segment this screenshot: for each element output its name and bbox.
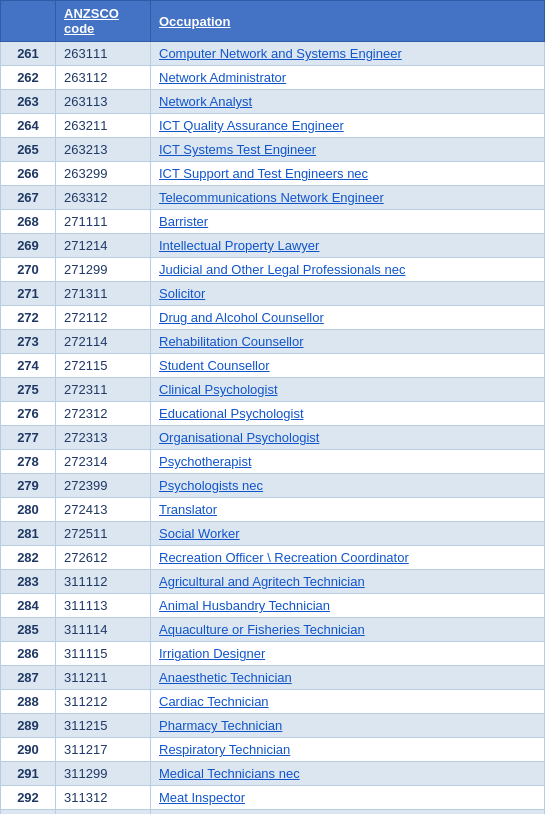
occupation-link[interactable]: Agricultural and Agritech Technician [159,574,365,589]
occupation-cell[interactable]: Solicitor [151,282,545,306]
occupation-link[interactable]: Recreation Officer \ Recreation Coordina… [159,550,409,565]
table-row: 285311114Aquaculture or Fisheries Techni… [1,618,545,642]
occupation-cell[interactable]: ICT Quality Assurance Engineer [151,114,545,138]
occupation-link[interactable]: Computer Network and Systems Engineer [159,46,402,61]
occupation-cell[interactable]: Social Worker [151,522,545,546]
table-row: 269271214Intellectual Property Lawyer [1,234,545,258]
occupation-link[interactable]: Drug and Alcohol Counsellor [159,310,324,325]
occupation-cell[interactable]: Medical Technicians nec [151,762,545,786]
occupation-cell[interactable]: Computer Network and Systems Engineer [151,42,545,66]
occupation-cell[interactable]: Agricultural and Agritech Technician [151,570,545,594]
occupation-link[interactable]: Psychologists nec [159,478,263,493]
table-row: 281272511Social Worker [1,522,545,546]
occupation-cell[interactable]: Primary Products Quality Assurance Offic… [151,810,545,815]
header-num [1,1,56,42]
anzsco-code: 271311 [56,282,151,306]
table-row: 273272114Rehabilitation Counsellor [1,330,545,354]
occupation-cell[interactable]: Pharmacy Technician [151,714,545,738]
occupation-link[interactable]: Irrigation Designer [159,646,265,661]
occupation-link[interactable]: Intellectual Property Lawyer [159,238,319,253]
occupation-link[interactable]: Network Analyst [159,94,252,109]
row-number: 272 [1,306,56,330]
occupation-cell[interactable]: Network Analyst [151,90,545,114]
row-number: 290 [1,738,56,762]
header-anzsco[interactable]: ANZSCO code [56,1,151,42]
table-row: 267263312Telecommunications Network Engi… [1,186,545,210]
occupation-cell[interactable]: Meat Inspector [151,786,545,810]
row-number: 281 [1,522,56,546]
occupation-cell[interactable]: Irrigation Designer [151,642,545,666]
occupation-cell[interactable]: Network Administrator [151,66,545,90]
anzsco-code: 311211 [56,666,151,690]
header-occupation[interactable]: Occupation [151,1,545,42]
anzsco-code: 272314 [56,450,151,474]
occupation-cell[interactable]: ICT Support and Test Engineers nec [151,162,545,186]
occupation-link[interactable]: ICT Quality Assurance Engineer [159,118,344,133]
occupation-cell[interactable]: Anaesthetic Technician [151,666,545,690]
occupation-link[interactable]: Student Counsellor [159,358,270,373]
occupation-cell[interactable]: Aquaculture or Fisheries Technician [151,618,545,642]
occupation-link[interactable]: Respiratory Technician [159,742,290,757]
occupation-cell[interactable]: Translator [151,498,545,522]
occupation-link[interactable]: Meat Inspector [159,790,245,805]
table-row: 291311299Medical Technicians nec [1,762,545,786]
table-row: 289311215Pharmacy Technician [1,714,545,738]
occupation-link[interactable]: Psychotherapist [159,454,252,469]
occupation-link[interactable]: Solicitor [159,286,205,301]
occupation-link[interactable]: Aquaculture or Fisheries Technician [159,622,365,637]
occupation-link[interactable]: Network Administrator [159,70,286,85]
occupation-link[interactable]: Organisational Psychologist [159,430,319,445]
occupation-cell[interactable]: Judicial and Other Legal Professionals n… [151,258,545,282]
table-row: 293311314Primary Products Quality Assura… [1,810,545,815]
anzsco-code: 272399 [56,474,151,498]
anzsco-code: 263113 [56,90,151,114]
anzsco-code: 272112 [56,306,151,330]
occupation-link[interactable]: Rehabilitation Counsellor [159,334,304,349]
occupation-cell[interactable]: ICT Systems Test Engineer [151,138,545,162]
occupation-cell[interactable]: Psychologists nec [151,474,545,498]
occupation-cell[interactable]: Clinical Psychologist [151,378,545,402]
occupation-link[interactable]: ICT Systems Test Engineer [159,142,316,157]
table-row: 282272612Recreation Officer \ Recreation… [1,546,545,570]
table-row: 286311115Irrigation Designer [1,642,545,666]
table-row: 276272312Educational Psychologist [1,402,545,426]
occupation-link[interactable]: Telecommunications Network Engineer [159,190,384,205]
occupation-link[interactable]: Pharmacy Technician [159,718,282,733]
occupation-cell[interactable]: Intellectual Property Lawyer [151,234,545,258]
occupation-cell[interactable]: Rehabilitation Counsellor [151,330,545,354]
table-row: 284311113Animal Husbandry Technician [1,594,545,618]
row-number: 264 [1,114,56,138]
table-row: 263263113Network Analyst [1,90,545,114]
occupation-cell[interactable]: Animal Husbandry Technician [151,594,545,618]
occupation-cell[interactable]: Organisational Psychologist [151,426,545,450]
table-row: 265263213ICT Systems Test Engineer [1,138,545,162]
occupation-link[interactable]: Animal Husbandry Technician [159,598,330,613]
occupation-link[interactable]: Barrister [159,214,208,229]
row-number: 283 [1,570,56,594]
occupation-cell[interactable]: Educational Psychologist [151,402,545,426]
occupation-cell[interactable]: Student Counsellor [151,354,545,378]
occupation-cell[interactable]: Respiratory Technician [151,738,545,762]
occupation-cell[interactable]: Telecommunications Network Engineer [151,186,545,210]
anzsco-code: 272511 [56,522,151,546]
table-row: 278272314Psychotherapist [1,450,545,474]
occupation-link[interactable]: Medical Technicians nec [159,766,300,781]
table-row: 292311312Meat Inspector [1,786,545,810]
occupation-link[interactable]: Anaesthetic Technician [159,670,292,685]
occupation-link[interactable]: Educational Psychologist [159,406,304,421]
occupation-cell[interactable]: Cardiac Technician [151,690,545,714]
occupation-link[interactable]: ICT Support and Test Engineers nec [159,166,368,181]
occupation-link[interactable]: Social Worker [159,526,240,541]
occupation-link[interactable]: Cardiac Technician [159,694,269,709]
occupation-link[interactable]: Translator [159,502,217,517]
row-number: 284 [1,594,56,618]
occupation-link[interactable]: Judicial and Other Legal Professionals n… [159,262,405,277]
occupation-cell[interactable]: Recreation Officer \ Recreation Coordina… [151,546,545,570]
occupation-cell[interactable]: Drug and Alcohol Counsellor [151,306,545,330]
occupation-cell[interactable]: Psychotherapist [151,450,545,474]
table-row: 290311217Respiratory Technician [1,738,545,762]
occupation-cell[interactable]: Barrister [151,210,545,234]
table-row: 287311211Anaesthetic Technician [1,666,545,690]
row-number: 275 [1,378,56,402]
occupation-link[interactable]: Clinical Psychologist [159,382,278,397]
